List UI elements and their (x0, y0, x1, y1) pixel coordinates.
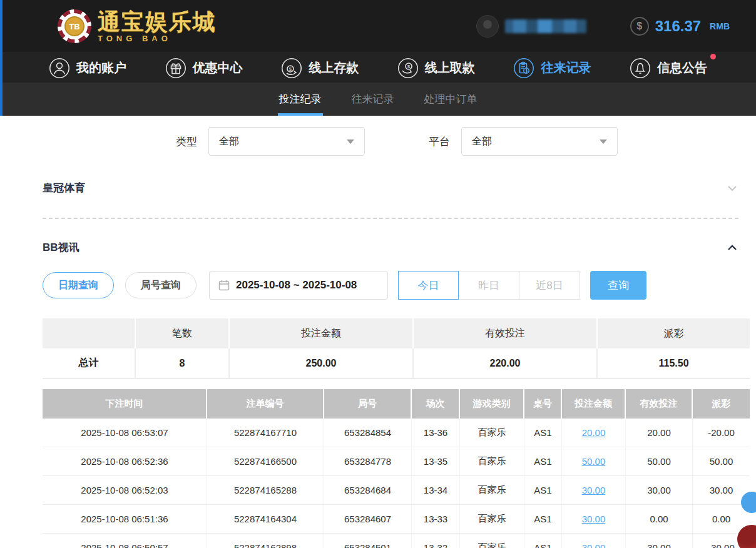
svg-text:$: $ (289, 66, 292, 72)
bet-table-header-row: 下注时间 注单编号 局号 场次 游戏类别 桌号 投注金额 有效投注 派彩 (43, 389, 750, 419)
tab-bet-records[interactable]: 投注纪录 (278, 83, 323, 116)
notification-dot (710, 54, 716, 59)
quick-date-group: 今日 昨日 近8日 (398, 271, 580, 300)
round-no-cell: 653284501 (324, 534, 412, 548)
summary-total-row: 总计 8 250.00 220.00 115.50 (43, 348, 750, 379)
col-header-session: 场次 (412, 389, 460, 419)
round-no-cell: 653284778 (324, 447, 412, 476)
platform-select-value: 全部 (472, 135, 492, 148)
game-type-cell: 百家乐 (460, 505, 524, 534)
date-query-button[interactable]: 日期查询 (43, 272, 114, 298)
table-no-cell: AS1 (524, 476, 562, 505)
summary-count-value: 8 (136, 348, 230, 379)
tab-pending-orders[interactable]: 处理中订单 (423, 83, 479, 116)
date-range-input[interactable]: 2025-10-08 ~ 2025-10-08 (209, 271, 388, 300)
bet-amount-link[interactable]: 30.00 (582, 542, 606, 548)
summary-header-row: 笔数 投注金额 有效投注 派彩 (43, 318, 750, 348)
order-no-cell: 522874164304 (207, 505, 324, 534)
bell-icon (630, 58, 651, 79)
bet-time-cell: 2025-10-08 06:51:36 (43, 505, 207, 534)
bet-amount-link[interactable]: 50.00 (582, 456, 606, 467)
type-select[interactable]: 全部 (208, 127, 365, 156)
type-select-value: 全部 (219, 135, 239, 148)
last-8-days-button[interactable]: 近8日 (519, 271, 580, 300)
summary-table: 笔数 投注金额 有效投注 派彩 总计 8 250.00 220.00 115.5… (43, 318, 750, 379)
chip-tb-monogram: TB (64, 16, 84, 36)
content: 类型 全部 平台 全部 皇冠体育 BB视讯 (0, 116, 756, 548)
summary-valid-value: 220.00 (414, 348, 598, 379)
summary-header-empty (43, 318, 136, 348)
calendar-icon (218, 280, 230, 291)
subtab-bar: 投注纪录 往来记录 处理中订单 (0, 83, 756, 116)
page: TB 通宝娱乐城 TONG BAO $ 316.37 RMB (0, 0, 756, 548)
chevron-up-icon[interactable] (726, 241, 738, 254)
nav-item-announcements[interactable]: 信息公告 (630, 58, 707, 79)
order-no-cell: 522874167710 (207, 419, 324, 447)
bet-records-table: 下注时间 注单编号 局号 场次 游戏类别 桌号 投注金额 有效投注 派彩 202… (43, 389, 750, 548)
site-logo[interactable]: TB 通宝娱乐城 TONG BAO (58, 9, 217, 43)
platform-filter-label: 平台 (429, 134, 450, 149)
section-crown-sports[interactable]: 皇冠体育 (43, 181, 738, 195)
round-no-cell: 653284684 (324, 476, 412, 505)
bet-amount-link[interactable]: 30.00 (582, 485, 606, 495)
valid-bet-cell: 50.00 (626, 447, 693, 476)
person-icon (49, 58, 70, 79)
table-row: 2025-10-08 06:50:57522874162898653284501… (43, 534, 750, 548)
table-no-cell: AS1 (524, 534, 562, 548)
round-no-cell: 653284607 (324, 505, 412, 534)
logo-chinese-name: 通宝娱乐城 (98, 11, 217, 33)
summary-header-valid: 有效投注 (414, 318, 598, 348)
yesterday-button[interactable]: 昨日 (459, 271, 519, 300)
nav-item-deposit[interactable]: $ 线上存款 (281, 58, 359, 79)
round-query-button[interactable]: 局号查询 (125, 272, 197, 298)
col-header-round-no: 局号 (324, 389, 412, 419)
tab-transaction-records[interactable]: 往来记录 (350, 83, 396, 116)
today-button[interactable]: 今日 (398, 271, 459, 300)
top-header: TB 通宝娱乐城 TONG BAO $ 316.37 RMB (0, 0, 756, 53)
bet-amount-link[interactable]: 50.00 (562, 447, 626, 476)
filter-row: 类型 全部 平台 全部 (176, 127, 750, 156)
search-button[interactable]: 查询 (590, 271, 646, 300)
chevron-down-icon (347, 140, 354, 144)
bet-time-cell: 2025-10-08 06:53:07 (43, 419, 207, 447)
user-avatar-icon (476, 15, 499, 38)
table-row: 2025-10-08 06:52:03522874165288653284684… (43, 476, 750, 505)
bet-amount-link[interactable]: 20.00 (582, 427, 606, 438)
withdraw-hand-coin-icon: $ (397, 58, 419, 79)
nav-item-my-account[interactable]: 我的账户 (49, 58, 126, 79)
section-bb-video[interactable]: BB视讯 (43, 240, 738, 255)
user-account[interactable] (476, 15, 586, 38)
session-cell: 13-34 (412, 476, 460, 505)
bet-amount-link[interactable]: 30.00 (582, 514, 606, 524)
bet-amount-link[interactable]: 30.00 (562, 476, 626, 505)
svg-text:$: $ (407, 64, 411, 69)
section-title: BB视讯 (43, 240, 79, 255)
chevron-down-icon (600, 140, 607, 144)
table-row: 2025-10-08 06:53:07522874167710653284854… (43, 419, 750, 447)
nav-item-records[interactable]: 往来记录 (513, 58, 591, 79)
header-right: $ 316.37 RMB (476, 0, 730, 53)
bet-amount-link[interactable]: 20.00 (562, 419, 626, 447)
username-redacted (505, 19, 586, 33)
round-no-cell: 653284854 (324, 419, 412, 447)
valid-bet-cell: 20.00 (626, 419, 693, 447)
bet-amount-link[interactable]: 30.00 (562, 505, 626, 534)
nav-label: 线上存款 (309, 59, 359, 76)
order-no-cell: 522874166500 (207, 447, 324, 476)
col-header-payout: 派彩 (693, 389, 750, 419)
bet-amount-link[interactable]: 30.00 (562, 534, 626, 548)
nav-label: 信息公告 (657, 59, 707, 76)
balance-display[interactable]: $ 316.37 RMB (630, 17, 730, 36)
col-header-order-no: 注单编号 (207, 389, 324, 419)
platform-select[interactable]: 全部 (461, 127, 618, 156)
dashed-divider (43, 218, 738, 219)
chevron-down-icon[interactable] (726, 182, 738, 195)
window-edge-strip (0, 0, 3, 116)
nav-item-withdraw[interactable]: $ 往来记录 线上取款 (397, 58, 475, 79)
payout-cell: -20.00 (693, 419, 750, 447)
valid-bet-cell: 0.00 (626, 505, 693, 534)
valid-bet-cell: 30.00 (626, 534, 693, 548)
summary-total-label: 总计 (43, 348, 136, 379)
nav-item-promotions[interactable]: 优惠中心 (165, 58, 243, 79)
logo-english-name: TONG BAO (98, 34, 217, 43)
